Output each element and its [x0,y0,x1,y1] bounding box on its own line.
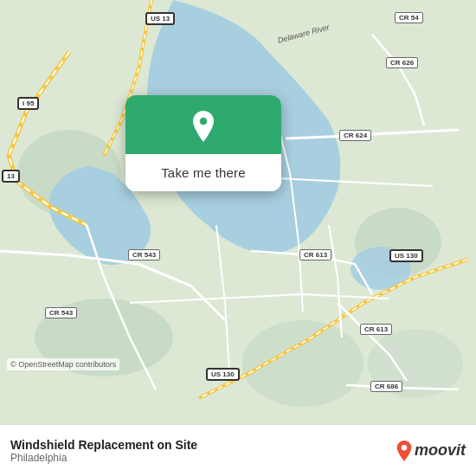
road-label-cr543-mid: CR 543 [128,249,160,261]
road-label-us13-left: 13 [2,170,20,183]
location-pin-icon [188,111,219,142]
location-popup: Take me there [125,95,281,191]
popup-header [125,95,281,154]
take-me-there-button[interactable]: Take me there [125,154,281,191]
road-label-cr613-mid: CR 613 [299,249,331,261]
road-label-us130-right: US 130 [389,249,423,262]
bottom-info: Windshield Replacement on Site Philadelp… [10,438,396,464]
svg-point-8 [402,445,407,450]
road-label-cr54: CR 54 [395,12,423,23]
svg-point-3 [242,320,363,407]
road-label-i95: I 95 [17,97,39,110]
road-label-us130-bot: US 130 [206,368,240,381]
bottom-bar: Windshield Replacement on Site Philadelp… [0,424,476,476]
map-container: US 13 CR 54 I 95 13 CR 624 CR 626 CR 543… [0,0,476,424]
map-copyright: © OpenStreetMap contributors [7,358,119,370]
moovit-logo: moovit [396,441,466,461]
road-label-cr624: CR 624 [339,130,371,141]
moovit-pin-icon [396,441,413,461]
road-label-us13-top: US 13 [145,12,175,25]
road-label-cr613-bot: CR 613 [360,324,392,335]
moovit-brand-text: moovit [415,441,466,460]
road-label-cr686: CR 686 [370,381,402,392]
road-label-cr626: CR 626 [386,57,418,68]
bottom-subtitle: Philadelphia [10,452,396,464]
road-label-cr543-bot: CR 543 [45,307,77,318]
bottom-title: Windshield Replacement on Site [10,438,396,452]
svg-point-7 [200,118,208,125]
